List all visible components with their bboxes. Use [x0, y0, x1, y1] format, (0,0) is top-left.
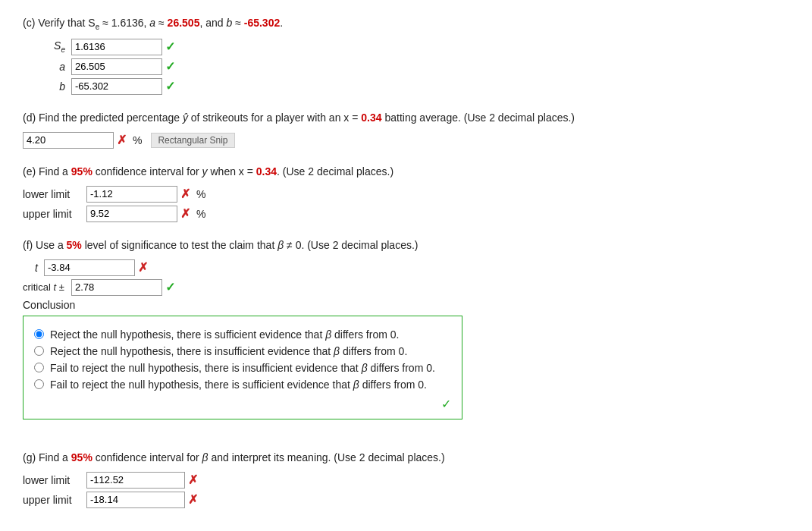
f-t-cross-icon: ✗: [138, 260, 148, 275]
g-upper-cross-icon: ✗: [188, 492, 198, 507]
a-label: a: [23, 61, 68, 73]
section-g-title: (g) Find a 95% confidence interval for β…: [23, 450, 789, 466]
radio-option-1[interactable]: [34, 346, 44, 356]
g-lower-input[interactable]: [86, 472, 185, 489]
g-lower-cross-icon: ✗: [188, 473, 198, 487]
g-upper-label: upper limit: [23, 494, 83, 506]
option-1-text: Reject the null hypothesis, there is ins…: [50, 345, 407, 357]
a-check-icon: ✓: [165, 59, 175, 74]
radio-option-0[interactable]: [34, 329, 44, 339]
e-lower-cross-icon: ✗: [180, 187, 190, 201]
section-c-title: (c) Verify that Se ≈ 1.6136, a ≈ 26.505,…: [23, 15, 789, 33]
snip-badge: Rectangular Snip: [151, 133, 234, 148]
f-crit-input[interactable]: [71, 279, 162, 296]
e-upper-label: upper limit: [23, 208, 83, 220]
b-row: b -65.302 ✓: [23, 78, 789, 95]
f-crit-row: critical t ± ✓: [23, 279, 789, 296]
option-3-text: Fail to reject the null hypothesis, ther…: [50, 379, 427, 391]
f-t-input[interactable]: [44, 259, 135, 276]
conclusion-label: Conclusion: [23, 299, 789, 311]
option-2-text: Fail to reject the null hypothesis, ther…: [50, 362, 435, 374]
se-subscript: e: [96, 23, 100, 31]
conclusion-box: Reject the null hypothesis, there is suf…: [23, 316, 462, 419]
conclusion-option-1[interactable]: Reject the null hypothesis, there is ins…: [34, 345, 451, 357]
radio-option-3[interactable]: [34, 379, 44, 389]
f-crit-check-icon: ✓: [165, 280, 175, 294]
d-unit: %: [133, 134, 142, 146]
d-cross-icon: ✗: [117, 133, 127, 147]
section-g: (g) Find a 95% confidence interval for β…: [23, 450, 789, 508]
section-e-title: (e) Find a 95% confidence interval for y…: [23, 164, 789, 180]
b-label: b: [23, 80, 68, 93]
se-input[interactable]: 1.6136: [71, 39, 162, 55]
se-check-icon: ✓: [165, 39, 175, 54]
g-upper-input[interactable]: [86, 492, 185, 508]
f-crit-label: critical t ±: [23, 281, 68, 293]
e-lower-label: lower limit: [23, 188, 83, 200]
f-t-row: t ✗: [23, 259, 789, 276]
section-c: (c) Verify that Se ≈ 1.6136, a ≈ 26.505,…: [23, 15, 789, 95]
g-upper-row: upper limit ✗: [23, 492, 789, 508]
conclusion-check: ✓: [34, 397, 451, 411]
d-input-row: 4.20 ✗ % Rectangular Snip: [23, 132, 789, 149]
spacer: [23, 435, 789, 450]
conclusion-option-3[interactable]: Fail to reject the null hypothesis, ther…: [34, 379, 451, 391]
section-d: (d) Find the predicted percentage ŷ of s…: [23, 110, 789, 149]
section-f-title: (f) Use a 5% level of significance to te…: [23, 237, 789, 253]
d-input[interactable]: 4.20: [23, 132, 114, 149]
section-d-title: (d) Find the predicted percentage ŷ of s…: [23, 110, 789, 126]
e-lower-input[interactable]: [86, 186, 177, 203]
g-lower-row: lower limit ✗: [23, 472, 789, 489]
b-input[interactable]: -65.302: [71, 78, 162, 95]
conclusion-option-0[interactable]: Reject the null hypothesis, there is suf…: [34, 328, 451, 341]
conclusion-option-2[interactable]: Fail to reject the null hypothesis, ther…: [34, 362, 451, 374]
e-upper-unit: %: [196, 208, 205, 220]
e-upper-cross-icon: ✗: [180, 206, 190, 221]
option-0-text: Reject the null hypothesis, there is suf…: [50, 328, 399, 341]
se-row: Se 1.6136 ✓: [23, 39, 789, 55]
e-lower-row: lower limit ✗ %: [23, 186, 789, 203]
f-t-label: t: [23, 262, 38, 274]
e-upper-row: upper limit ✗ %: [23, 206, 789, 222]
section-f: (f) Use a 5% level of significance to te…: [23, 237, 789, 419]
se-label: Se: [23, 39, 68, 54]
e-upper-input[interactable]: [86, 206, 177, 222]
a-input[interactable]: 26.505: [71, 58, 162, 75]
b-check-icon: ✓: [165, 79, 175, 93]
radio-option-2[interactable]: [34, 363, 44, 372]
g-lower-label: lower limit: [23, 474, 83, 486]
e-lower-unit: %: [196, 188, 205, 200]
a-row: a 26.505 ✓: [23, 58, 789, 75]
section-e: (e) Find a 95% confidence interval for y…: [23, 164, 789, 222]
